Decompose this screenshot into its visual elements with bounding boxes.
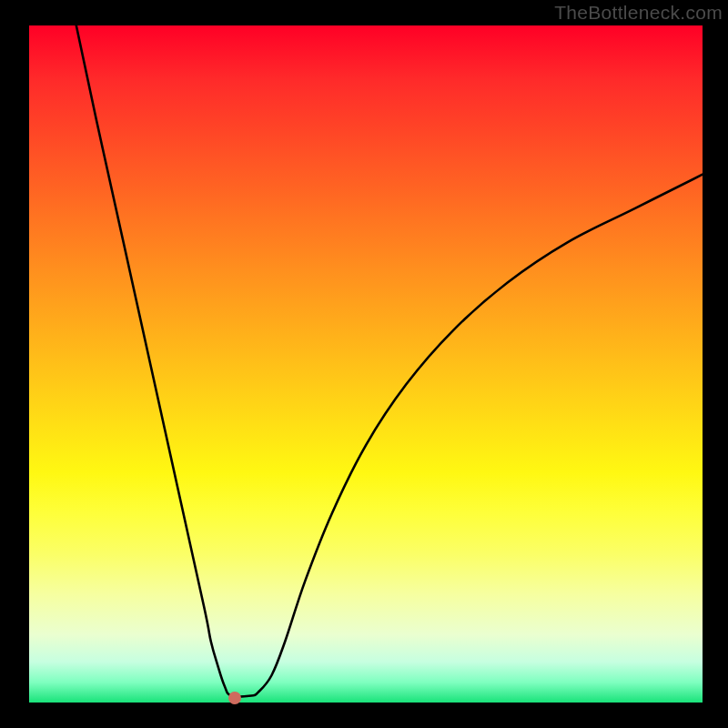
curve-svg [0,0,728,728]
watermark-text: TheBottleneck.com [554,2,723,24]
chart-frame: TheBottleneck.com [0,0,728,728]
optimum-marker [228,692,241,704]
bottleneck-curve [76,25,703,697]
